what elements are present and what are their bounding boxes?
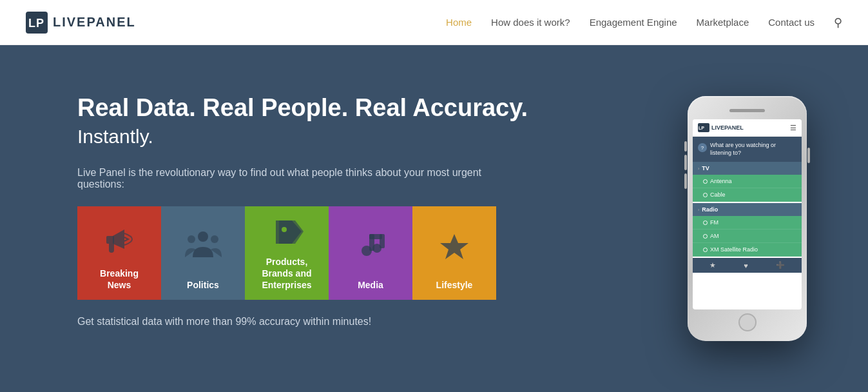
hero-section: Real Data. Real People. Real Accuracy. I…: [0, 45, 868, 392]
logo-text: LIVEPANEL: [53, 15, 136, 30]
screen-fm-dot: [703, 220, 708, 225]
screen-heart-icon: ♥: [744, 262, 748, 270]
screen-logo-text: LIVEPANEL: [711, 124, 744, 131]
svg-point-6: [282, 227, 287, 232]
card-products-label: Products,Brands andEnterprises: [262, 256, 311, 291]
screen-xm-label: XM Satellite Radio: [710, 246, 758, 253]
card-media-label: Media: [358, 279, 383, 291]
svg-marker-12: [440, 234, 468, 259]
screen-radio-label: Radio: [702, 206, 718, 213]
screen-xm-dot: [703, 248, 708, 252]
lifestyle-icon: [434, 206, 476, 274]
screen-xm: XM Satellite Radio: [693, 243, 802, 257]
politics-icon: [182, 206, 224, 274]
search-icon: ⚲: [834, 16, 842, 29]
screen-tv-section: › TV: [693, 162, 802, 175]
screen-header: LP LIVEPANEL ☰: [693, 119, 802, 137]
svg-point-4: [188, 235, 195, 243]
hero-description: Live Panel is the revolutionary way to f…: [77, 167, 503, 190]
screen-bottom-bar: ★ ♥ ➕: [693, 258, 802, 273]
search-button[interactable]: ⚲: [834, 15, 842, 30]
screen-tv-label: TV: [702, 165, 709, 172]
categories-row: BreakingNews Politics: [77, 206, 528, 300]
screen-cable: Cable: [693, 188, 802, 202]
phone-outer: LP LIVEPANEL ☰ ? What are you watching o…: [688, 96, 807, 341]
screen-question-icon: ?: [698, 143, 707, 152]
screen-am-label: AM: [710, 233, 719, 239]
screen-star-icon: ★: [709, 261, 716, 270]
breaking-news-icon: [100, 206, 139, 262]
screen-fm-label: FM: [710, 219, 719, 226]
screen-am: AM: [693, 230, 802, 243]
screen-question: ? What are you watching or listening to?: [693, 137, 802, 162]
card-breaking-news[interactable]: BreakingNews: [77, 206, 161, 300]
screen-question-text: What are you watching or listening to?: [710, 142, 796, 157]
svg-text:LP: LP: [28, 17, 44, 30]
hero-subheadline: Instantly.: [77, 126, 528, 148]
nav-contact[interactable]: Contact us: [768, 17, 815, 28]
svg-point-9: [362, 246, 372, 256]
card-politics-label: Politics: [187, 279, 219, 291]
nav-how[interactable]: How does it work?: [491, 17, 570, 28]
hero-bottom-text: Get statistical data with more than 99% …: [77, 316, 503, 328]
screen-cable-dot: [703, 193, 708, 197]
phone-screen: LP LIVEPANEL ☰ ? What are you watching o…: [693, 119, 802, 309]
card-lifestyle[interactable]: Lifestyle: [412, 206, 496, 300]
header: LP LIVEPANEL Home How does it work? Enga…: [0, 0, 868, 45]
screen-plus-icon: ➕: [776, 261, 785, 270]
screen-radio-chevron: ›: [698, 208, 699, 212]
screen-antenna: Antenna: [693, 175, 802, 188]
nav-engagement[interactable]: Engagement Engine: [590, 17, 677, 28]
logo: LP LIVEPANEL: [26, 12, 136, 34]
card-politics[interactable]: Politics: [161, 206, 245, 300]
phone-right-buttons: [807, 148, 810, 163]
media-icon: [350, 206, 392, 274]
card-products[interactable]: Products,Brands andEnterprises: [245, 206, 329, 300]
screen-fm: FM: [693, 216, 802, 230]
svg-point-5: [211, 235, 218, 243]
svg-rect-2: [106, 236, 114, 244]
phone-speaker-area: [693, 104, 802, 117]
screen-radio-section: › Radio: [693, 203, 802, 216]
phone-left-buttons: [684, 141, 687, 189]
phone-mockup: LP LIVEPANEL ☰ ? What are you watching o…: [688, 96, 829, 341]
nav-home[interactable]: Home: [446, 17, 472, 28]
card-media[interactable]: Media: [329, 206, 412, 300]
phone-speaker: [729, 109, 765, 112]
svg-point-11: [372, 244, 381, 253]
main-nav: Home How does it work? Engagement Engine…: [446, 15, 842, 30]
nav-marketplace[interactable]: Marketplace: [697, 17, 749, 28]
svg-text:LP: LP: [699, 126, 704, 130]
svg-point-3: [198, 231, 208, 242]
hero-content: Real Data. Real People. Real Accuracy. I…: [77, 93, 528, 344]
card-breaking-label: BreakingNews: [100, 268, 139, 291]
screen-menu-icon: ☰: [790, 124, 796, 132]
screen-cable-label: Cable: [710, 191, 726, 198]
screen-am-dot: [703, 234, 708, 239]
screen-logo-icon: LP: [698, 123, 709, 132]
logo-icon: LP: [26, 12, 48, 34]
screen-antenna-dot: [703, 179, 708, 184]
products-icon: [266, 202, 308, 251]
hero-headline: Real Data. Real People. Real Accuracy.: [77, 93, 528, 123]
phone-home-button: [738, 313, 757, 331]
card-lifestyle-label: Lifestyle: [436, 279, 473, 291]
screen-antenna-label: Antenna: [710, 178, 732, 184]
screen-tv-chevron: ›: [698, 166, 699, 171]
